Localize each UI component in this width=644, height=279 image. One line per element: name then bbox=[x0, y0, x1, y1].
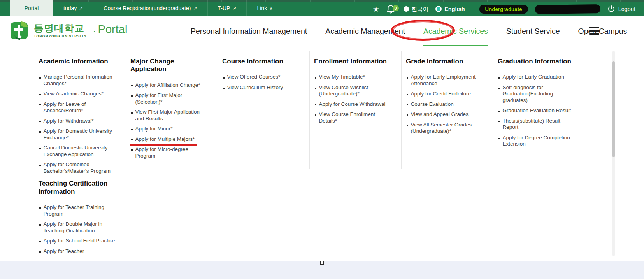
menu-item-course-evaluation[interactable]: Course Evaluation bbox=[406, 101, 484, 108]
chevron-down-icon: ∨ bbox=[269, 6, 272, 11]
menu-item-apply-for-domestic-university-exchange[interactable]: Apply for Domestic University Exchange* bbox=[39, 128, 116, 141]
column-divider bbox=[126, 51, 126, 169]
menu-group-title: Enrollment Information bbox=[314, 58, 392, 65]
bullet-icon bbox=[39, 165, 41, 166]
bullet-icon bbox=[39, 207, 41, 209]
bullet-icon bbox=[498, 111, 500, 112]
logout-button[interactable]: Logout bbox=[607, 5, 635, 13]
main-header: 동명대학교 TONGMYONG UNIVERSITY · Portal Pers… bbox=[0, 16, 644, 46]
menu-item-apply-for-minor[interactable]: Apply for Minor* bbox=[130, 126, 208, 132]
nav-item-student-service[interactable]: Student Service bbox=[506, 16, 560, 46]
menu-item-label: Apply for Early Graduation bbox=[503, 74, 564, 81]
menu-item-apply-for-double-major-in-teaching-qualification[interactable]: Apply for Double Major in Teaching Quali… bbox=[39, 221, 116, 234]
radio-selected-icon bbox=[435, 6, 442, 12]
menu-item-apply-for-early-employment-attendance[interactable]: Apply for Early Employment Attendance bbox=[406, 74, 484, 87]
menu-item-view-first-major-application-and-results[interactable]: View First Major Application and Results bbox=[130, 109, 208, 122]
portal-page: Portaltuday↗Course Registration(undergra… bbox=[0, 0, 644, 279]
external-link-icon: ↗ bbox=[193, 5, 197, 11]
hamburger-menu-icon[interactable] bbox=[589, 27, 599, 35]
university-name-korean: 동명대학교 bbox=[34, 23, 87, 33]
column-divider bbox=[579, 51, 579, 253]
menu-item-graduation-evaluation-result[interactable]: Graduation Evaluation Result bbox=[498, 107, 576, 114]
menu-item-label: Apply for Affiliation Change* bbox=[135, 82, 200, 89]
menu-item-apply-for-leave-of-absence-return[interactable]: Apply for Leave of Absence/Return* bbox=[39, 101, 116, 114]
menu-item-label: Apply for Double Major in Teaching Quali… bbox=[44, 221, 117, 234]
menu-item-apply-for-withdrawal[interactable]: Apply for Withdrawal* bbox=[39, 118, 116, 125]
nav-item-academic-management[interactable]: Academic Management bbox=[325, 16, 405, 46]
topbar-tab-portal[interactable]: Portal bbox=[10, 0, 53, 16]
language-option-english[interactable]: English bbox=[435, 6, 465, 12]
menu-item-label: Thesis(substitute) Result Report bbox=[503, 118, 576, 131]
menu-item-apply-for-teacher[interactable]: Apply for Teacher bbox=[39, 248, 116, 255]
menu-column-1: Major Change ApplicationApply for Affili… bbox=[125, 58, 217, 258]
menu-item-cancel-domestic-university-exchange-application[interactable]: Cancel Domestic University Exchange Appl… bbox=[39, 145, 116, 158]
bullet-icon bbox=[131, 95, 133, 97]
bullet-icon bbox=[131, 149, 133, 151]
menu-item-thesis-substitute-result-report[interactable]: Thesis(substitute) Result Report bbox=[498, 118, 576, 131]
menu-item-view-all-semester-grades-undergraduate[interactable]: View All Semester Grades (Undergraduate)… bbox=[406, 122, 484, 135]
menu-group-grade-information: Grade InformationApply for Early Employm… bbox=[406, 58, 484, 135]
menu-item-view-offered-courses[interactable]: View Offered Courses* bbox=[222, 74, 300, 81]
topbar-tab-label: Course Registration(undergraduate) bbox=[104, 5, 191, 11]
menu-group-teaching-certification-information: Teaching Certification InformationApply … bbox=[39, 180, 116, 254]
bullet-icon bbox=[315, 77, 316, 79]
menu-item-view-and-appeal-grades[interactable]: View and Appeal Grades bbox=[406, 111, 484, 118]
topbar-tab-label: Portal bbox=[25, 5, 39, 11]
menu-item-apply-for-school-field-practice[interactable]: Apply for School Field Practice bbox=[39, 238, 116, 244]
menu-item-apply-for-early-graduation[interactable]: Apply for Early Graduation bbox=[498, 74, 576, 81]
menu-item-view-curriculum-history[interactable]: View Curriculum History bbox=[222, 84, 300, 91]
menu-item-apply-for-micro-degree-program[interactable]: Apply for Micro-degree Program bbox=[130, 146, 208, 159]
nav-item-personal-information-management[interactable]: Personal Information Management bbox=[191, 16, 307, 46]
topbar-tab-link[interactable]: Link∨ bbox=[247, 0, 283, 16]
menu-item-apply-for-credit-forfeiture[interactable]: Apply for Credit Forfeiture bbox=[406, 91, 484, 97]
menu-item-apply-for-multiple-majors[interactable]: Apply for Multiple Majors* bbox=[130, 136, 208, 143]
menu-item-apply-for-affiliation-change[interactable]: Apply for Affiliation Change* bbox=[130, 82, 208, 89]
menu-item-view-my-timetable[interactable]: View My Timetable* bbox=[314, 74, 392, 81]
menu-scrollbar-track[interactable] bbox=[612, 51, 615, 256]
menu-column-3: Enrollment InformationView My Timetable*… bbox=[309, 58, 400, 258]
redacted-username bbox=[535, 4, 600, 14]
menu-group-graduation-information: Graduation InformationApply for Early Gr… bbox=[498, 58, 576, 147]
column-divider bbox=[493, 51, 493, 169]
topbar-tab-t-up[interactable]: T-UP↗ bbox=[208, 0, 247, 16]
favorites-star-icon[interactable]: ★ bbox=[373, 5, 379, 13]
language-korean-label: 한국어 bbox=[412, 5, 429, 13]
menu-item-label: View Offered Courses* bbox=[227, 74, 281, 81]
menu-item-label: Manage Personal Information Changes* bbox=[44, 74, 117, 87]
menu-item-apply-for-degree-completion-extension[interactable]: Apply for Degree Completion Extension bbox=[498, 135, 576, 147]
bullet-icon bbox=[39, 94, 41, 95]
menu-scrollbar-thumb[interactable] bbox=[612, 61, 615, 157]
topbar-tab-course-registration-undergraduate[interactable]: Course Registration(undergraduate)↗ bbox=[93, 0, 207, 16]
menu-item-self-diagnosis-for-graduation-excluding-graduates[interactable]: Self-diagnosis for Graduation(Excluding … bbox=[498, 84, 576, 104]
language-option-korean[interactable]: 한국어 bbox=[404, 5, 429, 13]
bullet-icon bbox=[315, 114, 316, 116]
menu-item-view-course-enrollment-details[interactable]: View Course Enrollment Details* bbox=[314, 111, 392, 124]
menu-item-view-academic-changes[interactable]: View Academic Changes* bbox=[39, 91, 116, 97]
menu-item-apply-for-combined-bachelor-s-master-s-program[interactable]: Apply for Combined Bachelor's/Master's P… bbox=[39, 161, 116, 174]
menu-item-label: Apply for Multiple Majors* bbox=[135, 136, 195, 143]
menu-item-manage-personal-information-changes[interactable]: Manage Personal Information Changes* bbox=[39, 74, 116, 87]
notification-bell[interactable]: 0 bbox=[386, 4, 397, 14]
menu-item-label: View All Semester Grades (Undergraduate)… bbox=[411, 122, 484, 135]
menu-item-view-course-wishlist-undergraduate[interactable]: View Course Wishlist (Undergraduate)* bbox=[314, 84, 392, 97]
bullet-icon bbox=[498, 121, 500, 123]
menu-item-label: Apply for Early Employment Attendance bbox=[411, 74, 484, 87]
menu-item-label: View Academic Changes* bbox=[44, 91, 104, 97]
topbar-tab-tuday[interactable]: tuday↗ bbox=[53, 0, 93, 16]
menu-item-label: Apply for Credit Forfeiture bbox=[411, 91, 471, 97]
portal-title: Portal bbox=[98, 23, 128, 36]
nav-item-academic-services[interactable]: Academic Services bbox=[423, 16, 488, 46]
university-name-english: TONGMYONG UNIVERSITY bbox=[34, 34, 87, 38]
menu-item-apply-for-first-major-selection[interactable]: Apply for First Major (Selection)* bbox=[130, 92, 208, 105]
nav-item-open-campus[interactable]: Open Campus bbox=[578, 16, 627, 46]
academic-services-mega-menu: Academic InformationManage Personal Info… bbox=[0, 46, 644, 261]
menu-item-apply-for-teacher-training-program[interactable]: Apply for Teacher Training Program bbox=[39, 204, 116, 217]
university-logo[interactable]: 동명대학교 TONGMYONG UNIVERSITY · Portal bbox=[10, 21, 127, 41]
bullet-icon bbox=[39, 121, 41, 123]
menu-item-apply-for-course-withdrawal[interactable]: Apply for Course Withdrawal bbox=[314, 101, 392, 108]
cursor-caret-artifact bbox=[320, 261, 324, 265]
menu-group-enrollment-information: Enrollment InformationView My Timetable*… bbox=[314, 58, 392, 124]
role-badge: Undergraduate bbox=[479, 5, 528, 14]
menu-group-title: Teaching Certification Information bbox=[39, 180, 116, 196]
bullet-icon bbox=[131, 139, 133, 141]
